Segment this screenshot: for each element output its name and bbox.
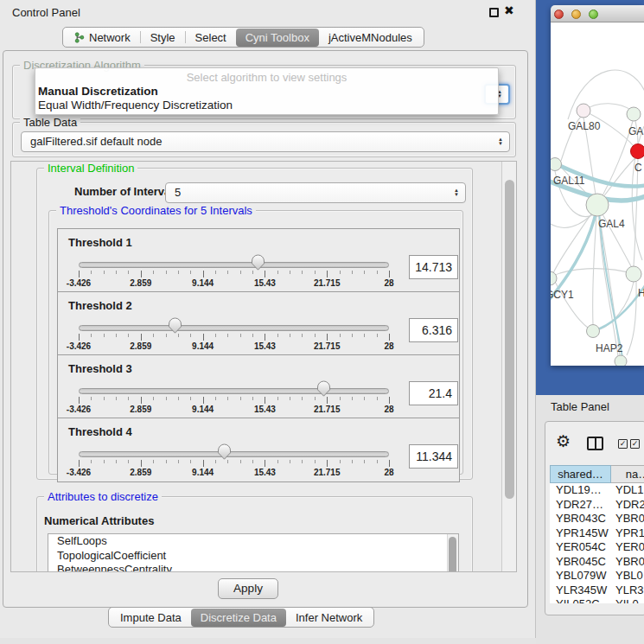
cell-shared-name: YPR145W (556, 526, 609, 541)
tab-impute-data[interactable]: Impute Data (111, 609, 191, 627)
slider-minor-tick (302, 334, 303, 337)
tab-select[interactable]: Select (186, 29, 236, 47)
combo-spinner-icon: ▲▼ (454, 188, 459, 197)
tab-infer-network[interactable]: Infer Network (286, 609, 372, 627)
network-edge[interactable] (627, 282, 636, 355)
slider-thumb[interactable] (316, 380, 331, 398)
list-scrollbar-track[interactable] (447, 534, 458, 572)
table-row[interactable]: YIL052CYIL0 (550, 597, 644, 603)
slider-minor-tick (252, 397, 253, 400)
slider-minor-tick (178, 460, 179, 463)
form-scrollbar-thumb[interactable] (505, 180, 514, 499)
option-manual-discretization[interactable]: Manual Discretization (35, 85, 498, 99)
slider-minor-tick (116, 334, 117, 337)
close-button[interactable] (554, 10, 564, 19)
table-row[interactable]: YBL079WYBL0 (550, 569, 644, 583)
slider-major-tick (141, 271, 142, 277)
checkbox-icon[interactable]: ✓ (618, 439, 628, 449)
tab-network[interactable]: Network (65, 29, 140, 47)
network-node[interactable] (615, 355, 627, 366)
network-node-gal80[interactable] (577, 104, 590, 118)
slider-minor-tick (215, 271, 216, 274)
slider-tick-label: 15.43 (254, 341, 276, 351)
slider-minor-tick (104, 334, 105, 337)
slider-track[interactable] (79, 388, 389, 394)
network-edge[interactable] (597, 121, 633, 205)
zoom-button[interactable] (589, 10, 598, 19)
slider-minor-tick (215, 397, 216, 400)
slider-tick-label: -3.426 (67, 405, 91, 414)
slider-thumb[interactable] (251, 254, 265, 271)
slider-major-tick (327, 271, 328, 277)
table-data-combobox[interactable]: galFiltered.sif default node ▲▼ (21, 131, 510, 152)
float-window-icon[interactable] (489, 8, 499, 17)
tab-cyni-toolbox[interactable]: Cyni Toolbox (236, 29, 319, 47)
attribute-list-item[interactable]: SelfLoops (48, 534, 458, 549)
split-columns-icon[interactable] (587, 437, 603, 450)
apply-button[interactable]: Apply (218, 578, 278, 599)
network-node-gal11[interactable] (551, 158, 562, 171)
slider-thumb[interactable] (168, 317, 182, 335)
table-row[interactable]: YDL19…YDL1 (550, 483, 644, 498)
network-node-h[interactable] (626, 266, 641, 282)
network-node-gal4[interactable] (586, 194, 609, 216)
threshold-value-field[interactable]: 21.4 (409, 381, 458, 405)
network-edge[interactable] (599, 211, 623, 361)
table-row[interactable]: YPR145WYPR1 (550, 526, 644, 541)
gear-icon[interactable]: ⚙ (556, 432, 571, 450)
tab-discretize-data[interactable]: Discretize Data (191, 609, 286, 627)
network-canvas[interactable]: GAL80GACGAL11GAL4GCY1HHAP2 (551, 22, 644, 366)
tab-style[interactable]: Style (141, 29, 185, 47)
slider-tick-label: 21.715 (314, 405, 341, 414)
minimize-button[interactable] (571, 10, 581, 19)
slider-minor-tick (116, 397, 117, 400)
table-row[interactable]: YBR043CYBR0 (550, 512, 644, 526)
list-scrollbar-thumb[interactable] (449, 537, 456, 572)
table-row[interactable]: YBR045CYBR0 (550, 555, 644, 570)
slider-minor-tick (240, 460, 241, 463)
slider-tick-label: 9.144 (192, 341, 214, 351)
slider-track[interactable] (79, 325, 389, 331)
slider-track[interactable] (79, 262, 389, 268)
node-label: HAP2 (596, 342, 623, 354)
network-window-titlebar[interactable] (551, 5, 644, 22)
table-row[interactable]: YDR27…YDR2 (550, 498, 644, 513)
attribute-list-item[interactable]: TopologicalCoefficient (48, 549, 458, 564)
numerical-attributes-list[interactable]: SelfLoopsTopologicalCoefficientBetweenne… (48, 533, 459, 572)
table-row[interactable]: YLR345WYLR3 (550, 583, 644, 598)
slider-minor-tick (153, 460, 154, 463)
table-row[interactable]: YER054CYER0 (550, 540, 644, 555)
option-equal-width-frequency[interactable]: Equal Width/Frequency Discretization (35, 99, 498, 112)
threshold-value-field[interactable]: 6.316 (409, 318, 458, 342)
checkbox-icon[interactable]: ✓ (630, 439, 640, 449)
table-panel-title: Table Panel (551, 400, 609, 413)
threshold-value-field[interactable]: 14.713 (409, 255, 458, 279)
network-node-c[interactable] (631, 144, 644, 159)
slider-major-tick (265, 397, 265, 404)
attribute-list-item[interactable]: BetweennessCentrality (48, 563, 458, 572)
table-header-row: shared… na… (550, 465, 644, 483)
network-edge[interactable] (634, 158, 638, 266)
form-scrollbar-track[interactable] (501, 162, 516, 571)
cell-name: YPR1 (615, 526, 644, 541)
network-node-hap2[interactable] (587, 325, 600, 338)
slider-thumb[interactable] (217, 443, 232, 461)
slider-minor-tick (178, 271, 179, 274)
slider-minor-tick (104, 397, 105, 400)
slider-minor-tick (290, 460, 290, 463)
slider-minor-tick (215, 460, 216, 463)
slider-minor-tick (364, 460, 365, 463)
tab-jactivemnodules[interactable]: jActiveMNodules (319, 29, 422, 47)
column-header-shared-name[interactable]: shared… (550, 465, 611, 483)
column-header-name[interactable]: na… (611, 465, 644, 483)
cell-name: YBL0 (615, 569, 643, 583)
slider-minor-tick (377, 334, 378, 337)
control-panel-tabbar: Network Style Select Cyni Toolbox jActiv… (62, 27, 424, 48)
slider-track[interactable] (79, 451, 389, 457)
slider-minor-tick (252, 460, 253, 463)
threshold-value-field[interactable]: 11.344 (409, 444, 458, 469)
close-window-icon[interactable]: ✖ (504, 3, 514, 17)
slider-tick-label: 15.43 (254, 468, 276, 477)
num-intervals-combobox[interactable]: 5 ▲▼ (165, 182, 466, 203)
network-node-ga[interactable] (627, 107, 641, 121)
